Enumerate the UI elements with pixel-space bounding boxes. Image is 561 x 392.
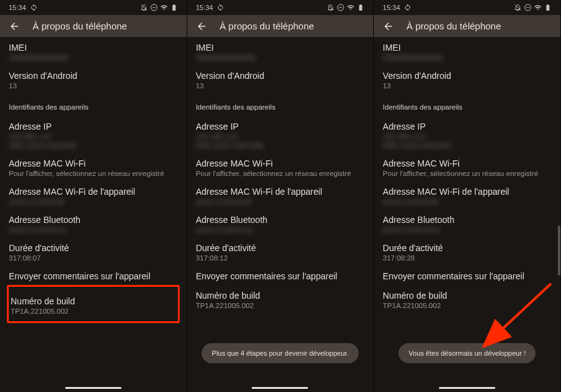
build-label: Numéro de build	[196, 291, 365, 301]
bt-value: a4:b2:c3:d4:e5:a1	[196, 226, 365, 234]
sync-icon	[217, 4, 224, 11]
item-bluetooth[interactable]: Adresse Bluetooth a4:b2:c3:d4:e5:a1	[9, 209, 178, 237]
ip-value-a: 192.168.1.42	[196, 133, 365, 140]
ip-label: Adresse IP	[383, 121, 552, 132]
mac-device-value: a4:b2:c3:d4:e5:f6	[196, 198, 365, 205]
item-android-version[interactable]: Version d'Android 13	[9, 65, 178, 93]
page-title: À propos du téléphone	[406, 21, 501, 31]
page-title: À propos du téléphone	[220, 21, 314, 31]
mac-wifi-sub: Pour l'afficher, sélectionnez un réseau …	[9, 170, 178, 177]
item-ip[interactable]: Adresse IP 192.168.1.42 fe80::a1b2:c3d4:…	[383, 116, 552, 153]
mac-wifi-sub: Pour l'afficher, sélectionnez un réseau …	[383, 170, 552, 177]
bt-value: a4:b2:c3:d4:e5:a1	[9, 226, 178, 234]
item-imei[interactable]: IMEI 359440000000000	[196, 37, 365, 65]
bt-label: Adresse Bluetooth	[9, 215, 178, 225]
do-not-disturb-icon	[524, 4, 532, 11]
uptime-label: Durée d'activité	[383, 243, 552, 253]
item-ip[interactable]: Adresse IP 192.168.1.42 fe80::a1b2:c3d4:…	[9, 116, 178, 153]
item-bluetooth[interactable]: Adresse Bluetooth a4:b2:c3:d4:e5:a1	[196, 209, 365, 237]
mac-wifi-label: Adresse MAC Wi-Fi	[383, 158, 552, 168]
battery-icon	[544, 4, 552, 11]
back-button[interactable]	[9, 21, 20, 32]
feedback-label: Envoyer commentaires sur l'appareil	[9, 271, 178, 281]
dnd-icon	[514, 4, 522, 11]
status-bar: 15:34	[374, 0, 560, 15]
clock: 15:34	[383, 4, 400, 11]
item-uptime[interactable]: Durée d'activité 317:08:28	[383, 237, 552, 266]
app-header: À propos du téléphone	[0, 15, 187, 37]
imei-label: IMEI	[383, 43, 552, 53]
ip-value-b: fe80::a1b2:c3d4:e5f6	[9, 142, 178, 149]
mac-wifi-label: Adresse MAC Wi-Fi	[9, 158, 178, 168]
back-button[interactable]	[383, 21, 394, 32]
ip-value-b: fe80::a1b2:c3d4:e5f6	[196, 142, 365, 149]
do-not-disturb-icon	[150, 4, 158, 11]
bt-label: Adresse Bluetooth	[383, 215, 552, 225]
mac-device-value: a4:b2:c3:d4:e5:f6	[383, 198, 552, 205]
bt-value: a4:b2:c3:d4:e5:a1	[383, 226, 552, 234]
item-mac-wifi[interactable]: Adresse MAC Wi-Fi Pour l'afficher, sélec…	[383, 153, 552, 181]
item-bluetooth[interactable]: Adresse Bluetooth a4:b2:c3:d4:e5:a1	[383, 209, 552, 237]
item-ip[interactable]: Adresse IP 192.168.1.42 fe80::a1b2:c3d4:…	[196, 116, 365, 153]
app-header: À propos du téléphone	[374, 15, 560, 37]
ip-value-b: fe80::a1b2:c3d4:e5f6	[383, 142, 552, 149]
section-device-ids: Identifiants des appareils	[196, 93, 365, 116]
item-imei[interactable]: IMEI 359440000000000	[9, 37, 178, 65]
status-bar: 15:34	[0, 0, 187, 15]
mac-device-value: a4:b2:c3:d4:e5:f6	[9, 198, 178, 205]
android-label: Version d'Android	[9, 71, 178, 81]
status-bar: 15:34	[187, 0, 374, 15]
do-not-disturb-icon	[337, 4, 344, 11]
clock: 15:34	[9, 4, 26, 11]
wifi-icon	[347, 4, 354, 11]
imei-value: 359440000000000	[9, 54, 178, 61]
android-label: Version d'Android	[383, 71, 552, 81]
nav-bar-indicator[interactable]	[65, 387, 121, 389]
item-feedback[interactable]: Envoyer commentaires sur l'appareil	[383, 266, 552, 285]
bt-label: Adresse Bluetooth	[196, 215, 365, 225]
item-mac-device[interactable]: Adresse MAC Wi-Fi de l'appareil a4:b2:c3…	[196, 181, 365, 209]
android-label: Version d'Android	[196, 71, 365, 81]
page-title: À propos du téléphone	[33, 21, 127, 31]
item-android-version[interactable]: Version d'Android 13	[196, 65, 365, 93]
section-device-ids: Identifiants des appareils	[9, 93, 178, 116]
feedback-label: Envoyer commentaires sur l'appareil	[196, 271, 365, 281]
item-build-number[interactable]: Numéro de build TP1A.221005.002	[11, 291, 176, 315]
ip-label: Adresse IP	[9, 121, 178, 132]
build-label: Numéro de build	[383, 291, 552, 301]
phone-screen-2: 15:34 À propos du téléphone IMEI 3594400…	[187, 0, 374, 392]
highlight-annotation: Numéro de build TP1A.221005.002	[7, 285, 180, 323]
uptime-label: Durée d'activité	[9, 243, 178, 253]
item-mac-wifi[interactable]: Adresse MAC Wi-Fi Pour l'afficher, sélec…	[9, 153, 178, 181]
uptime-value: 317:08:28	[383, 254, 552, 262]
item-uptime[interactable]: Durée d'activité 317:08:12	[196, 237, 365, 266]
item-imei[interactable]: IMEI 359440000000000	[383, 37, 552, 65]
item-android-version[interactable]: Version d'Android 13	[383, 65, 552, 93]
phone-screen-1: 15:34 À propos du téléphone IMEI 3594400…	[0, 0, 187, 392]
back-button[interactable]	[196, 21, 207, 32]
item-feedback[interactable]: Envoyer commentaires sur l'appareil	[9, 266, 178, 285]
battery-icon	[357, 4, 364, 11]
item-uptime[interactable]: Durée d'activité 317:08:07	[9, 237, 178, 266]
ip-value-a: 192.168.1.42	[9, 133, 178, 140]
build-value: TP1A.221005.002	[11, 307, 176, 315]
item-feedback[interactable]: Envoyer commentaires sur l'appareil	[196, 266, 365, 285]
item-mac-wifi[interactable]: Adresse MAC Wi-Fi Pour l'afficher, sélec…	[196, 153, 365, 181]
build-value: TP1A.221005.002	[196, 302, 365, 309]
android-value: 13	[383, 82, 552, 90]
uptime-label: Durée d'activité	[196, 243, 365, 253]
scrollbar[interactable]	[558, 225, 560, 276]
uptime-value: 317:08:12	[196, 254, 365, 262]
item-build-number[interactable]: Numéro de build TP1A.221005.002	[383, 285, 552, 313]
app-header: À propos du téléphone	[187, 15, 374, 37]
build-value: TP1A.221005.002	[383, 302, 552, 309]
nav-bar-indicator[interactable]	[252, 387, 308, 389]
item-mac-device[interactable]: Adresse MAC Wi-Fi de l'appareil a4:b2:c3…	[9, 181, 178, 209]
nav-bar-indicator[interactable]	[439, 387, 495, 389]
clock: 15:34	[196, 4, 214, 11]
item-mac-device[interactable]: Adresse MAC Wi-Fi de l'appareil a4:b2:c3…	[383, 181, 552, 209]
imei-label: IMEI	[9, 43, 178, 53]
uptime-value: 317:08:07	[9, 254, 178, 262]
section-device-ids: Identifiants des appareils	[383, 93, 552, 116]
item-build-number[interactable]: Numéro de build TP1A.221005.002	[196, 285, 365, 313]
